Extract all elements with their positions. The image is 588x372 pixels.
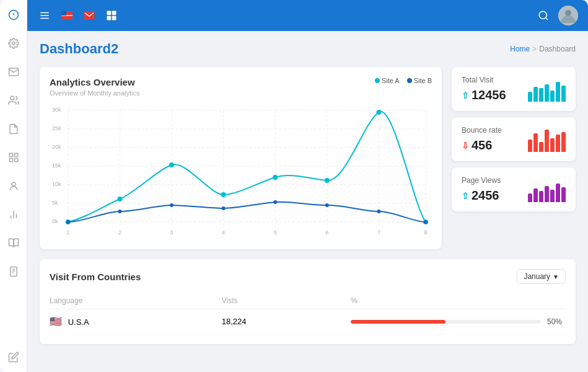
percent-text: 50% [547,317,566,326]
chevron-down-icon: ▼ [553,273,559,280]
stat-label-page-views: Page Views [462,176,501,185]
mini-bar [528,92,532,102]
svg-point-3 [12,42,15,45]
mail-alert-icon[interactable] [82,8,97,23]
page-title: Dashboard2 [40,41,118,57]
sidebar-icon-book[interactable] [5,234,22,252]
stat-label-total-visit: Total Visit [462,76,506,84]
mini-bar [556,184,560,202]
progress-bar-fill [351,320,446,324]
month-label: January [524,272,550,281]
legend-site-b: Site B [407,77,432,84]
sidebar-icon-chart[interactable] [5,206,22,223]
legend-label-b: Site B [414,77,432,84]
trend-arrow-up: ⇧ [462,91,469,100]
country-visits: 18,224 [222,317,351,326]
page-content: Dashboard2 Home > Dashboard Analytics Ov… [27,31,588,372]
flag-icon[interactable] [59,8,74,23]
country-percent-col: 50% [351,317,566,326]
col-header-percent: % [351,296,566,305]
analytics-card: Analytics Overview Site A Site B Overvie… [40,67,442,249]
mini-bar [528,193,532,202]
sidebar-icon-report[interactable] [5,263,22,280]
mini-chart-page-views [528,177,566,202]
mini-bar [539,88,543,102]
dashboard-grid: Analytics Overview Site A Site B Overvie… [40,67,576,249]
table-row: 🇺🇸 U.S.A 18,224 50% [50,309,566,334]
stat-number-page-views: 2456 [472,188,499,203]
avatar[interactable] [558,6,578,25]
breadcrumb-current: Dashboard [539,45,576,53]
svg-rect-7 [14,159,17,162]
svg-text:20k: 20k [52,144,61,150]
sidebar-icon-edit[interactable] [5,348,22,366]
svg-text:7: 7 [377,229,380,236]
svg-point-68 [221,192,226,197]
stat-label-bounce-rate: Bounce rate [462,126,502,135]
mini-bar [528,140,532,152]
mini-bar [539,191,543,202]
svg-text:8: 8 [424,229,428,236]
svg-point-75 [170,203,173,207]
svg-point-77 [273,200,277,204]
svg-rect-23 [61,16,72,17]
svg-text:5: 5 [274,229,277,236]
main-area: Dashboard2 Home > Dashboard Analytics Ov… [27,0,588,372]
svg-point-78 [325,203,329,207]
progress-bar-bg [351,320,541,324]
sidebar-icon-users[interactable] [5,92,22,109]
svg-point-4 [10,96,14,100]
mini-bar [550,190,555,202]
apps-icon[interactable] [104,8,119,23]
stat-info-page-views: Page Views ⇧ 2456 [462,176,501,203]
svg-point-66 [117,197,122,202]
legend-label-a: Site A [382,77,400,84]
stat-card-total-visit: Total Visit ⇧ 12456 [452,67,576,111]
mini-bar [539,142,543,152]
analytics-subtitle: Overview of Monthly analytics [50,89,432,97]
sidebar-icon-settings[interactable] [5,35,22,52]
svg-point-67 [169,162,174,167]
svg-rect-29 [112,16,116,20]
svg-rect-27 [112,11,116,16]
mini-bar [561,132,566,152]
sidebar-icon-mail[interactable] [5,63,22,81]
countries-section: Visit From Countries January ▼ Language … [40,259,576,344]
svg-rect-25 [84,11,95,20]
legend-dot-b [407,78,412,83]
breadcrumb-home[interactable]: Home [510,45,530,53]
legend-dot-a [375,78,380,83]
legend-site-a: Site A [375,77,400,84]
mini-bar [550,91,555,102]
countries-header: Visit From Countries January ▼ [50,269,566,284]
svg-point-30 [539,11,546,19]
svg-rect-5 [9,153,12,156]
stat-number-bounce-rate: 456 [472,138,492,153]
month-selector[interactable]: January ▼ [517,269,566,284]
country-flag: 🇺🇸 [50,316,62,327]
svg-point-80 [424,220,428,224]
sidebar-icon-notification[interactable] [5,6,22,24]
mini-bar [545,130,549,152]
breadcrumb-separator: > [532,45,537,53]
mini-bar [556,135,560,152]
svg-text:0k: 0k [52,218,58,224]
stat-card-page-views: Page Views ⇧ 2456 [452,167,576,211]
trend-arrow-up-views: ⇧ [462,191,469,201]
svg-text:6: 6 [325,229,328,236]
mini-bar [561,86,566,102]
svg-text:4: 4 [222,229,225,236]
mini-bar [556,82,560,102]
search-icon[interactable] [536,8,551,23]
sidebar-icon-team[interactable] [5,177,22,195]
stat-value-page-views: ⇧ 2456 [462,188,501,203]
sidebar-icon-grid[interactable] [5,149,22,166]
svg-point-73 [66,220,70,224]
svg-point-9 [12,182,15,186]
col-header-visits: Vists [222,296,351,305]
mini-bar [545,186,549,202]
sidebar-icon-file[interactable] [5,120,22,138]
stat-info-bounce-rate: Bounce rate ⇩ 456 [462,126,502,153]
menu-icon[interactable] [37,8,52,23]
analytics-chart: 30k 25k 20k 15k 10k 5k 0k [50,103,432,239]
